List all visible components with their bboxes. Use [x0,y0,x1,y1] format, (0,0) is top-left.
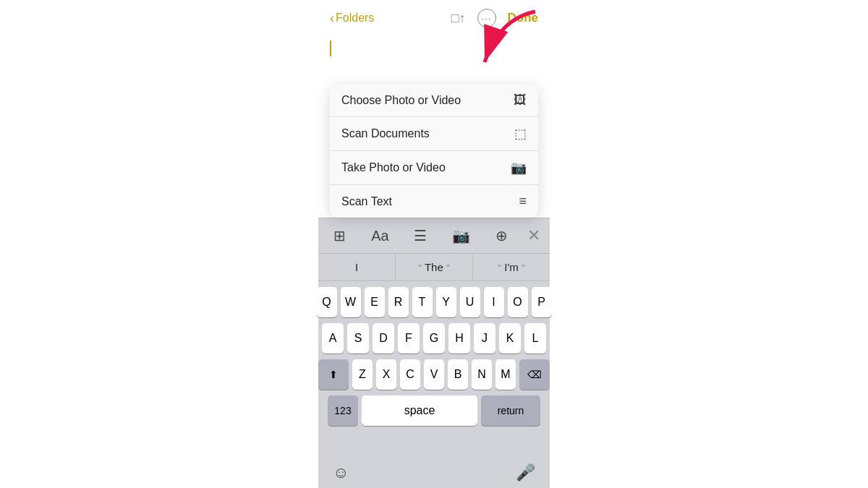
key-c[interactable]: C [400,359,420,390]
camera-icon: 📷 [511,160,527,176]
shift-key[interactable]: ⬆ [318,359,349,390]
key-j[interactable]: J [474,323,495,354]
formatting-toolbar: ⊞ Aa ☰ 📷 ⊕ ✕ [318,218,550,254]
nav-right-actions: □↑ ··· Done [451,9,538,27]
key-row-1: Q W E R T Y U I O P [320,287,548,317]
key-t[interactable]: T [412,287,433,317]
numbers-key[interactable]: 123 [328,395,358,426]
autocorrect-bar: I The I'm [318,254,550,281]
key-u[interactable]: U [460,287,480,317]
scan-documents-label: Scan Documents [341,127,430,140]
key-x[interactable]: X [376,359,396,390]
photo-icon: 🖼 [514,93,527,108]
key-b[interactable]: B [448,359,468,390]
format-icon[interactable]: Aa [365,225,394,247]
nav-bar: ‹ Folders □↑ ··· Done [318,0,550,33]
scan-doc-icon: ⬚ [514,126,527,142]
key-p[interactable]: P [532,287,552,317]
key-w[interactable]: W [341,287,361,317]
note-content[interactable] [318,33,550,77]
microphone-icon[interactable]: 🎤 [516,463,535,482]
share-icon[interactable]: □↑ [451,11,466,26]
key-row-3: ⬆ Z X C V B N M ⌫ [320,359,548,390]
spacer [318,77,550,84]
space-key[interactable]: space [362,395,477,426]
close-keyboard-icon[interactable]: ✕ [527,226,540,245]
emoji-icon[interactable]: ☺ [333,463,349,482]
backspace-key[interactable]: ⌫ [519,359,550,390]
list-icon[interactable]: ☰ [408,224,433,247]
text-cursor [330,40,331,56]
dropdown-menu: Choose Photo or Video 🖼 Scan Documents ⬚… [330,84,538,218]
keyboard: Q W E R T Y U I O P A S D F G H J K L ⬆ … [318,281,550,458]
key-i[interactable]: I [484,287,504,317]
back-button[interactable]: ‹ Folders [330,11,374,26]
key-y[interactable]: Y [436,287,456,317]
autocorrect-im-label: I'm [504,261,519,273]
chevron-left-icon: ‹ [330,11,334,26]
autocorrect-the-label: The [425,261,443,273]
return-key[interactable]: return [481,395,540,426]
key-q[interactable]: Q [317,287,337,317]
key-s[interactable]: S [347,323,369,354]
autocorrect-i[interactable]: I [318,254,396,281]
take-photo-label: Take Photo or Video [341,161,446,174]
bottom-bar: ☺ 🎤 [318,458,550,488]
more-button[interactable]: ··· [477,9,496,27]
scan-text-icon: ≡ [519,194,527,209]
take-photo-item[interactable]: Take Photo or Video 📷 [330,151,538,185]
folders-label: Folders [336,12,374,25]
key-n[interactable]: N [472,359,492,390]
done-button[interactable]: Done [508,11,539,25]
key-r[interactable]: R [388,287,409,317]
key-d[interactable]: D [373,323,394,354]
key-row-2: A S D F G H J K L [320,323,548,354]
markup-icon[interactable]: ⊕ [490,224,514,247]
autocorrect-the[interactable]: The [396,254,473,281]
key-k[interactable]: K [499,323,521,354]
table-icon[interactable]: ⊞ [328,224,352,247]
key-a[interactable]: A [322,323,344,354]
key-g[interactable]: G [423,323,445,354]
key-l[interactable]: L [524,323,546,354]
choose-photo-label: Choose Photo or Video [341,94,461,107]
autocorrect-i-label: I [355,261,358,273]
scan-documents-item[interactable]: Scan Documents ⬚ [330,117,538,151]
choose-photo-item[interactable]: Choose Photo or Video 🖼 [330,84,538,117]
key-v[interactable]: V [424,359,444,390]
autocorrect-im[interactable]: I'm [473,254,550,281]
key-m[interactable]: M [495,359,516,390]
ellipsis-icon: ··· [482,13,492,24]
key-e[interactable]: E [365,287,385,317]
camera-toolbar-icon[interactable]: 📷 [446,224,476,247]
key-o[interactable]: O [508,287,528,317]
scan-text-item[interactable]: Scan Text ≡ [330,185,538,218]
key-z[interactable]: Z [352,359,373,390]
dropdown-wrapper: Choose Photo or Video 🖼 Scan Documents ⬚… [318,84,550,218]
key-h[interactable]: H [448,323,470,354]
scan-text-label: Scan Text [341,195,392,208]
key-f[interactable]: F [398,323,420,354]
key-row-4: 123 space return [320,395,548,426]
